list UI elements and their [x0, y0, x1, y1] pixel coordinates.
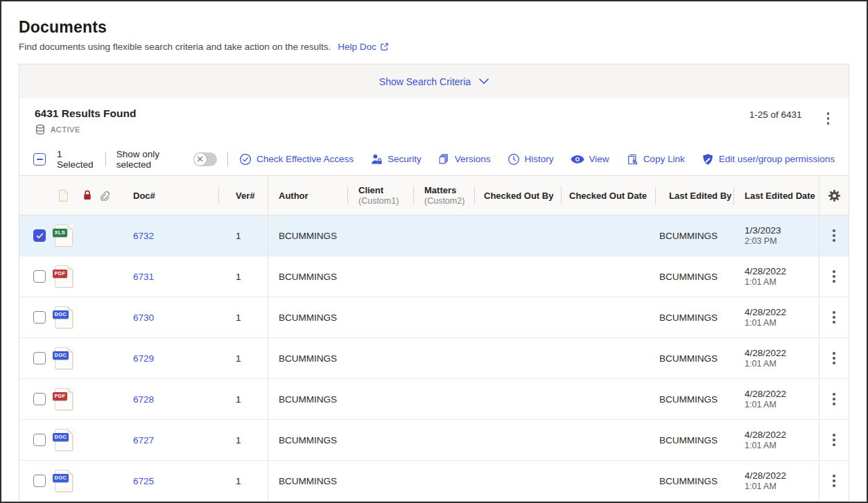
last-edited-date: 4/28/2022	[745, 266, 786, 276]
row-client-cell	[347, 461, 413, 501]
column-settings-button[interactable]	[819, 176, 849, 215]
header-client[interactable]: Client (Custom1)	[347, 176, 413, 215]
doc-number-link[interactable]: 6729	[133, 353, 154, 364]
action-label: Security	[388, 154, 422, 164]
table-row: PDF 6731 1 BCUMMINGS BCUMMINGS	[19, 256, 849, 297]
show-search-criteria-bar[interactable]: Show Search Criteria	[19, 64, 849, 98]
row-menu-cell	[819, 420, 849, 460]
header-author[interactable]: Author	[268, 176, 347, 215]
copy-link-button[interactable]: Copy Link	[626, 153, 685, 166]
header-checked-out-by[interactable]: Checked Out By	[474, 176, 561, 215]
versions-button[interactable]: Versions	[438, 153, 491, 165]
row-doc-number-cell: 6732	[114, 215, 218, 256]
last-edited-date: 4/28/2022	[745, 470, 786, 481]
file-type-icon: DOC	[55, 347, 73, 369]
row-checked-out-date-cell	[561, 297, 655, 337]
row-file-type-cell: PDF	[47, 379, 80, 419]
header-doc-number[interactable]: Doc#	[114, 176, 218, 215]
row-checkbox[interactable]	[33, 352, 46, 364]
security-button[interactable]: Security	[370, 153, 422, 166]
action-label: History	[525, 154, 554, 164]
row-menu-button[interactable]	[828, 267, 840, 285]
row-checked-out-by-cell	[474, 297, 561, 337]
doc-number-link[interactable]: 6731	[133, 272, 154, 282]
header-matters[interactable]: Matters (Custom2)	[413, 176, 474, 215]
file-type-icon: XLS	[55, 224, 73, 247]
last-edited-time: 1:01 AM	[745, 318, 786, 328]
last-edited-date: 4/28/2022	[745, 430, 786, 440]
file-type-icon: PDF	[55, 265, 73, 288]
doc-number-link[interactable]: 6725	[133, 476, 154, 486]
row-file-type-cell: DOC	[47, 461, 80, 501]
eye-icon	[571, 155, 584, 164]
last-edited-time: 1:01 AM	[745, 359, 786, 369]
doc-number-link[interactable]: 6727	[133, 435, 154, 445]
doc-number-link[interactable]: 6728	[133, 394, 154, 405]
results-table-body: XLS 6732 1 BCUMMINGS BCUMMINGS	[19, 215, 849, 502]
header-last-edited-date[interactable]: Last Edited Date	[734, 176, 819, 215]
row-checked-out-by-cell	[474, 420, 561, 460]
row-checkbox[interactable]	[33, 311, 46, 324]
row-last-edited-by-cell: BCUMMINGS	[655, 461, 734, 501]
database-icon	[35, 124, 46, 135]
row-matters-cell	[413, 420, 474, 460]
header-security-lock[interactable]	[80, 176, 95, 215]
header-checked-out-date[interactable]: Checked Out Date	[561, 176, 655, 215]
help-doc-link[interactable]: Help Doc	[338, 42, 389, 52]
header-last-edited-by[interactable]: Last Edited By	[655, 176, 734, 215]
last-edited-time: 1:01 AM	[745, 400, 786, 409]
row-menu-button[interactable]	[828, 308, 840, 326]
row-doc-number-cell: 6729	[114, 338, 218, 378]
doc-number-link[interactable]: 6732	[133, 231, 154, 241]
row-checkbox-cell	[19, 461, 47, 501]
row-doc-number-cell: 6730	[114, 297, 218, 337]
row-matters-cell	[413, 256, 474, 297]
last-edited-date: 1/3/2023	[745, 225, 781, 236]
row-attachment-cell	[95, 420, 114, 460]
view-button[interactable]: View	[571, 154, 609, 164]
shield-pencil-icon	[702, 153, 714, 166]
header-checkbox-spacer	[19, 176, 47, 215]
row-last-edited-date-cell: 4/28/2022 1:01 AM	[734, 338, 819, 378]
row-last-edited-by-cell: BCUMMINGS	[655, 420, 734, 460]
history-button[interactable]: History	[507, 153, 554, 166]
row-menu-button[interactable]	[828, 472, 840, 490]
header-version[interactable]: Ver#	[218, 176, 268, 215]
file-type-badge: DOC	[53, 433, 69, 441]
row-checkbox[interactable]	[33, 229, 46, 242]
row-version-cell: 1	[218, 420, 268, 460]
check-effective-access-button[interactable]: Check Effective Access	[239, 153, 354, 166]
row-last-edited-date-cell: 1/3/2023 2:03 PM	[734, 215, 819, 256]
row-author-cell: BCUMMINGS	[268, 338, 347, 378]
results-overflow-menu-button[interactable]	[823, 109, 834, 127]
doc-number-link[interactable]: 6730	[133, 312, 154, 323]
row-matters-cell	[413, 379, 474, 419]
edit-permissions-button[interactable]: Edit user/group permissions	[702, 153, 835, 166]
table-row: DOC 6729 1 BCUMMINGS BCUMMINGS	[19, 338, 849, 379]
row-checked-out-date-cell	[561, 379, 655, 419]
table-row: DOC 6725 1 BCUMMINGS BCUMMINGS	[19, 461, 849, 502]
row-menu-button[interactable]	[828, 431, 840, 449]
divider	[227, 152, 228, 166]
row-checkbox[interactable]	[33, 434, 46, 446]
row-checkbox-cell	[19, 338, 47, 378]
row-file-type-cell: DOC	[47, 338, 80, 378]
row-menu-button[interactable]	[828, 349, 840, 367]
row-checkbox-cell	[19, 297, 47, 337]
file-type-icon: DOC	[55, 306, 73, 328]
row-checked-out-by-cell	[474, 338, 561, 378]
file-type-badge: PDF	[53, 392, 68, 400]
table-row: DOC 6730 1 BCUMMINGS BCUMMINGS	[19, 297, 849, 338]
select-all-checkbox[interactable]	[33, 153, 46, 166]
row-checkbox[interactable]	[33, 270, 46, 283]
row-menu-button[interactable]	[828, 227, 840, 245]
row-author-cell: BCUMMINGS	[268, 379, 347, 419]
last-edited-date: 4/28/2022	[745, 307, 786, 317]
check-circle-icon	[239, 153, 252, 166]
row-menu-button[interactable]	[828, 390, 840, 408]
show-only-selected-toggle[interactable]	[193, 152, 217, 166]
header-attachment[interactable]	[95, 176, 114, 215]
header-file-type[interactable]	[47, 176, 80, 215]
row-checkbox[interactable]	[33, 475, 46, 487]
row-checkbox[interactable]	[33, 393, 46, 405]
